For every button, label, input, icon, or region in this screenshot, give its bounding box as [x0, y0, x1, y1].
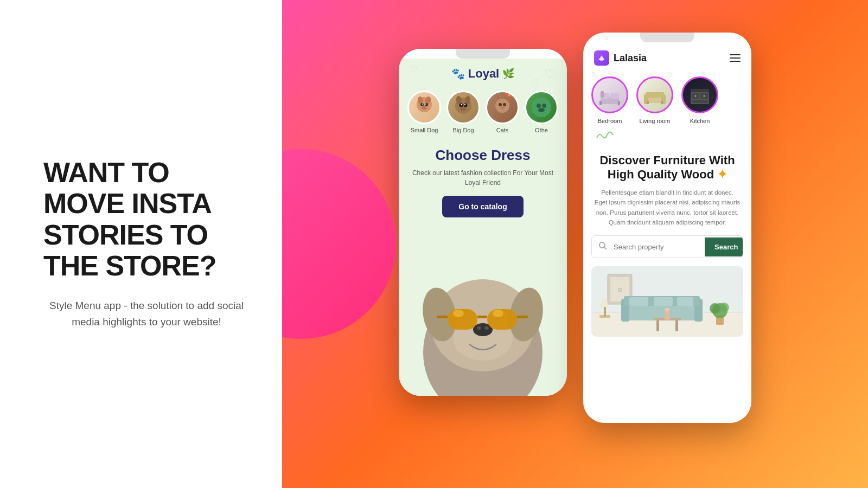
- svg-rect-47: [601, 91, 604, 98]
- category-bedroom[interactable]: Bedroom: [591, 76, 628, 124]
- svg-rect-46: [618, 101, 620, 105]
- search-property-input[interactable]: [614, 243, 705, 251]
- svg-point-32: [477, 326, 481, 330]
- svg-point-22: [532, 98, 551, 117]
- category-avatar-other: [525, 91, 558, 124]
- hamburger-menu[interactable]: [730, 54, 741, 62]
- lalasia-header: Lalasia: [583, 42, 751, 71]
- category-cats[interactable]: Sale Cats: [486, 91, 519, 133]
- svg-point-12: [464, 104, 468, 107]
- svg-point-81: [710, 303, 720, 314]
- lalasia-app-name: Lalasia: [614, 53, 647, 64]
- category-living-room[interactable]: Living room: [636, 76, 673, 124]
- hamburger-line-1: [730, 54, 741, 55]
- paw-icon: 🐾: [451, 67, 465, 80]
- svg-rect-77: [656, 320, 659, 331]
- choose-dress-title: Choose Dress: [410, 147, 556, 164]
- furniture-heading: Discover Furniture With High Quality Woo…: [583, 145, 751, 188]
- svg-point-4: [425, 103, 428, 106]
- svg-rect-37: [437, 316, 448, 318]
- living-room-circle: [636, 76, 673, 113]
- svg-point-33: [484, 326, 489, 330]
- furniture-description: Pellentesque etiam blandit in tincidunt …: [583, 188, 751, 236]
- category-other[interactable]: Othe: [525, 91, 558, 133]
- svg-point-19: [499, 103, 502, 106]
- svg-point-15: [464, 104, 465, 105]
- lalasia-logo-icon: [594, 50, 609, 66]
- svg-rect-51: [646, 92, 664, 98]
- category-avatar-cats: Sale: [486, 91, 519, 124]
- sale-badge: Sale: [506, 91, 519, 97]
- svg-point-23: [537, 104, 541, 108]
- main-heading: WANT TO MOVE INSTA STORIES TO THE STORE?: [43, 157, 250, 281]
- phone-notch-2: [640, 33, 694, 42]
- svg-rect-60: [691, 89, 709, 92]
- category-avatar-small-dog: [407, 91, 441, 124]
- svg-point-21: [500, 107, 505, 110]
- svg-marker-17: [496, 95, 500, 99]
- svg-line-62: [604, 247, 607, 249]
- svg-point-16: [495, 99, 509, 113]
- svg-point-25: [538, 108, 545, 112]
- svg-rect-87: [604, 307, 606, 317]
- svg-rect-53: [661, 101, 663, 104]
- kitchen-label: Kitchen: [690, 118, 710, 124]
- bedroom-label: Bedroom: [598, 118, 622, 124]
- svg-point-82: [719, 303, 729, 312]
- kitchen-circle: [681, 76, 718, 113]
- svg-rect-36: [477, 316, 487, 318]
- heart-deco-1: ♡: [544, 67, 556, 82]
- choose-dress-section: Choose Dress Check our latest fashion co…: [399, 139, 567, 223]
- loyal-header: 🐾 Loyal 🌿: [399, 59, 567, 85]
- leaf-deco: 🌿: [502, 68, 514, 80]
- small-dog-label: Small Dog: [411, 127, 438, 133]
- svg-point-5: [422, 106, 427, 110]
- phone-notch-1: [456, 49, 510, 59]
- svg-point-85: [665, 308, 670, 311]
- svg-rect-57: [692, 100, 708, 103]
- living-room-label: Living room: [640, 118, 671, 124]
- svg-point-6: [422, 104, 423, 105]
- go-to-catalog-button[interactable]: Go to catalog: [442, 196, 523, 217]
- svg-rect-74: [654, 297, 673, 306]
- category-small-dog[interactable]: Small Dog: [407, 91, 441, 133]
- furniture-heading-line1: Discover Furniture With: [599, 153, 735, 167]
- svg-point-11: [459, 104, 463, 107]
- svg-point-40: [493, 310, 503, 317]
- furniture-heading-line2: High Quality Wood: [608, 168, 714, 181]
- heart-deco-2: ♡: [532, 78, 540, 88]
- other-label: Othe: [535, 127, 548, 133]
- choose-dress-subtitle: Check our latest fashion collection For …: [410, 168, 556, 188]
- search-icon: [592, 236, 614, 258]
- svg-rect-44: [610, 93, 619, 99]
- svg-point-58: [695, 95, 697, 97]
- svg-rect-75: [677, 297, 693, 306]
- svg-text:🖼: 🖼: [617, 288, 622, 293]
- svg-rect-78: [675, 320, 678, 331]
- dog-svg: [407, 244, 559, 396]
- svg-rect-38: [517, 316, 528, 318]
- search-button[interactable]: Search: [705, 237, 743, 256]
- svg-point-3: [420, 103, 424, 106]
- category-avatar-big-dog: [446, 91, 480, 124]
- room-svg: 🖼: [591, 266, 743, 337]
- furniture-room-image: 🖼: [591, 266, 743, 337]
- svg-point-13: [460, 107, 467, 111]
- svg-rect-52: [647, 101, 649, 104]
- hamburger-line-3: [730, 61, 741, 62]
- heart-deco-3: ♡: [410, 64, 417, 74]
- search-bar: Search: [591, 235, 743, 258]
- phone-loyal: ♡ ♡ ♡ ♡ 🐾 Loyal 🌿: [399, 49, 567, 396]
- svg-point-20: [503, 103, 506, 106]
- phone-screen-loyal: ♡ ♡ ♡ ♡ 🐾 Loyal 🌿: [399, 59, 567, 396]
- lalasia-categories: Bedroom: [583, 71, 751, 130]
- loyal-categories-row: Small Dog: [399, 85, 567, 139]
- svg-rect-73: [629, 297, 648, 306]
- category-big-dog[interactable]: Big Dog: [446, 91, 480, 133]
- category-kitchen[interactable]: Kitchen: [681, 76, 718, 124]
- svg-point-59: [704, 95, 705, 97]
- svg-point-24: [542, 104, 546, 108]
- svg-rect-41: [600, 59, 603, 61]
- svg-point-14: [461, 104, 462, 105]
- cats-label: Cats: [496, 127, 509, 133]
